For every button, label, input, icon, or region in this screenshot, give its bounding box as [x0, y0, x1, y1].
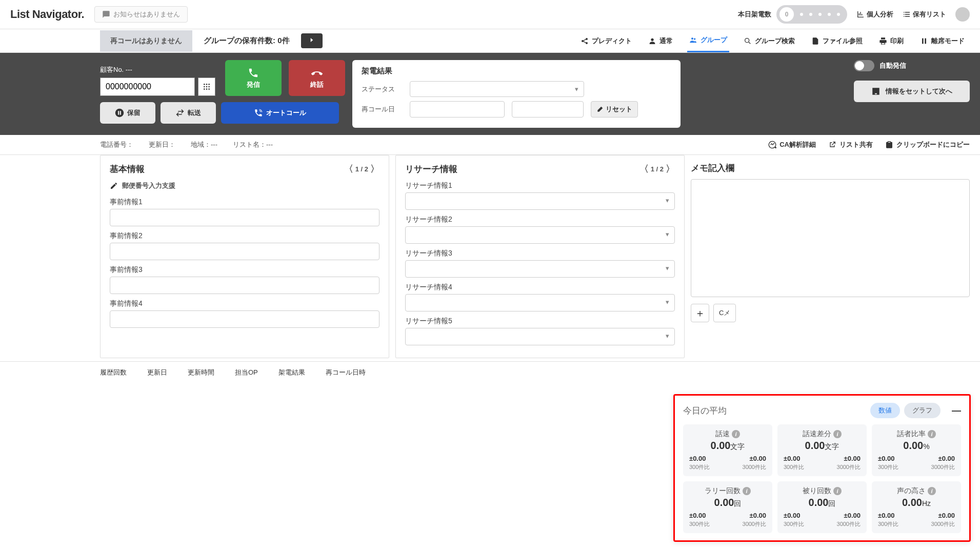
memo-c-button[interactable]: Cメ [713, 304, 736, 322]
svg-point-11 [208, 84, 210, 85]
auto-dial-label: 自動発信 [879, 61, 906, 70]
memo-add-button[interactable]: ＋ [691, 304, 709, 322]
research-field-select[interactable]: ▾ [405, 192, 675, 210]
phone-down-icon [311, 67, 323, 79]
body-grid: 基本情報 〈 1 / 2 〉 郵便番号入力支援 事前情報1事前情報2事前情報3事… [0, 155, 980, 358]
svg-point-9 [204, 84, 205, 85]
nav-group-search[interactable]: グループ検索 [742, 29, 797, 52]
svg-rect-7 [922, 38, 924, 44]
call-button-label: 発信 [247, 80, 260, 89]
reset-button-label: リセット [606, 105, 632, 114]
svg-point-4 [691, 37, 693, 40]
dialpad-icon [203, 83, 211, 91]
notice-box[interactable]: お知らせはありません [94, 6, 188, 23]
reset-button[interactable]: リセット [591, 101, 638, 118]
nav-normal[interactable]: 通常 [646, 29, 675, 52]
notice-text: お知らせはありません [113, 10, 180, 19]
basic-field-label: 事前情報4 [110, 299, 379, 308]
memo-textarea[interactable] [691, 179, 970, 297]
status-select[interactable]: ▾ [410, 81, 584, 97]
group-icon [689, 36, 697, 44]
basic-field-input[interactable] [110, 310, 379, 328]
nav-away-label: 離席モード [931, 36, 965, 46]
count-dot [818, 13, 822, 16]
nav-print-label: 印刷 [890, 36, 904, 46]
basic-field-input[interactable] [110, 209, 379, 226]
basic-field-input[interactable] [110, 277, 379, 294]
nav-predict[interactable]: プレディクト [578, 29, 634, 52]
research-field-select[interactable]: ▾ [405, 328, 675, 345]
basic-field-input[interactable] [110, 243, 379, 260]
nav-group-label: グループ [701, 35, 727, 45]
research-next[interactable]: 〉 [666, 163, 675, 175]
phone-input[interactable] [100, 77, 195, 96]
nav-predict-label: プレディクト [592, 36, 632, 46]
nav-normal-label: 通常 [659, 36, 673, 46]
clipboard-link[interactable]: クリップボードにコピー [885, 140, 970, 149]
autocall-button[interactable]: オートコール [221, 102, 339, 124]
basic-field-label: 事前情報1 [110, 198, 379, 207]
svg-point-17 [208, 88, 210, 90]
transfer-button-label: 転送 [188, 108, 201, 118]
research-panel: リサーチ情報 〈 1 / 2 〉 リサーチ情報1▾リサーチ情報2▾リサーチ情報3… [395, 155, 685, 358]
basic-info-title: 基本情報 [110, 163, 145, 175]
basic-prev[interactable]: 〈 [344, 163, 353, 175]
action-bar: 顧客No. --- 発信 終話 保留 [0, 53, 980, 135]
recall-banner: 再コールはありません [100, 30, 192, 52]
clipboard-icon [885, 141, 893, 149]
hold-button-label: 保留 [127, 108, 141, 118]
call-count-pill: 0 [776, 5, 847, 24]
ca-detail-link[interactable]: CA解析詳細 [768, 140, 816, 149]
zip-assist-label: 郵便番号入力支援 [122, 181, 175, 190]
person-icon [648, 37, 656, 45]
memo-panel: メモ記入欄 ＋ Cメ [691, 155, 970, 358]
nav-strip: 再コールはありません グループの保有件数: 0件 プレディクト 通常 グループ … [0, 29, 980, 53]
research-field-select[interactable]: ▾ [405, 226, 675, 244]
auto-dial-toggle[interactable] [854, 60, 874, 71]
count-dot [809, 13, 812, 16]
nav-print[interactable]: 印刷 [877, 29, 906, 52]
call-result-title: 架電結果 [362, 66, 671, 76]
hold-button[interactable]: 保留 [100, 102, 155, 124]
group-hold-count: グループの保有件数: 0件 [192, 36, 301, 46]
list-share-label: リスト共有 [839, 140, 873, 149]
research-prev[interactable]: 〈 [639, 163, 649, 175]
basic-next[interactable]: 〉 [370, 163, 379, 175]
edit-icon [110, 182, 118, 190]
research-field-label: リサーチ情報1 [405, 181, 675, 190]
file-icon [811, 37, 819, 45]
search-icon [744, 37, 752, 45]
app-logo: List Navigator. [10, 8, 84, 21]
hist-col: 担当OP [235, 368, 258, 377]
basic-page-label: 1 / 2 [355, 165, 368, 173]
list-share-link[interactable]: リスト共有 [828, 140, 873, 149]
dialpad-button[interactable] [198, 77, 215, 96]
research-field-select[interactable]: ▾ [405, 294, 675, 311]
zip-assist-link[interactable]: 郵便番号入力支援 [110, 181, 379, 190]
topbar: List Navigator. お知らせはありません 本日架電数 0 個人分析 … [0, 0, 980, 29]
hangup-button[interactable]: 終話 [289, 60, 345, 96]
info-phone: 電話番号： [100, 140, 133, 149]
basic-field-label: 事前情報3 [110, 265, 379, 275]
transfer-button[interactable]: 転送 [161, 102, 216, 124]
call-button[interactable]: 発信 [225, 60, 282, 96]
set-and-next-label: 情報をセットして次へ [886, 87, 952, 96]
svg-point-5 [694, 38, 695, 40]
recall-time-input[interactable] [512, 101, 584, 118]
next-chevron-button[interactable] [301, 33, 323, 48]
chevron-right-icon [308, 36, 315, 44]
pause-circle-icon [115, 108, 124, 118]
count-dot [828, 13, 831, 16]
personal-analysis-link[interactable]: 個人分析 [856, 10, 893, 19]
share-out-icon [828, 141, 836, 149]
share-icon [581, 37, 589, 45]
eraser-icon [596, 106, 604, 113]
nav-file-ref[interactable]: ファイル参照 [809, 29, 865, 52]
avatar[interactable] [955, 7, 970, 22]
recall-date-input[interactable] [410, 101, 505, 118]
nav-away[interactable]: 離席モード [918, 29, 967, 52]
nav-group[interactable]: グループ [687, 29, 729, 52]
research-field-select[interactable]: ▾ [405, 260, 675, 278]
saved-list-link[interactable]: 保有リスト [903, 10, 946, 19]
set-and-next-button[interactable]: 情報をセットして次へ [854, 81, 970, 102]
